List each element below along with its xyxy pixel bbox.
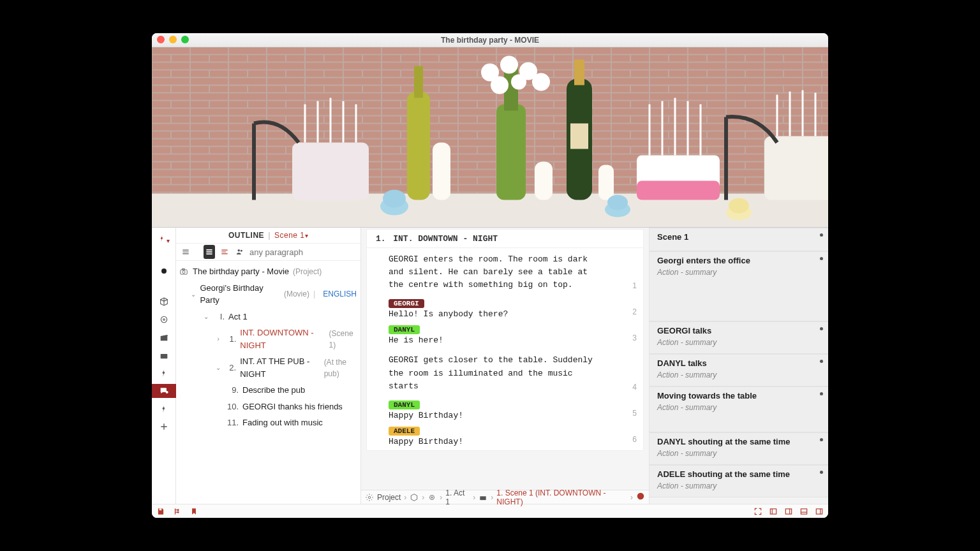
rail-selection-dot[interactable] (152, 264, 176, 278)
dialogue-block-danyl-1[interactable]: DANYL He is here! 3 (367, 323, 643, 349)
rail-run1-icon[interactable] (152, 366, 176, 380)
outline-scene-selector[interactable]: Scene 1▾ (274, 231, 308, 240)
script-panel: 1. INT. DOWNTOWN - NIGHT GEORGI enters t… (361, 228, 650, 504)
svg-point-11 (532, 73, 550, 91)
outline-beat-11[interactable]: 11. Fading out with music (176, 415, 360, 431)
rail-chat-person-icon[interactable] (152, 384, 176, 398)
bc-gear-icon[interactable] (365, 493, 374, 502)
bc-target-icon[interactable] (427, 493, 436, 502)
line-number: 4 (632, 383, 637, 392)
outline-movie-row[interactable]: ⌄ Georgi's Birthday Party (Movie) | ENGL… (176, 280, 360, 309)
svg-rect-37 (433, 143, 450, 200)
bc-scene[interactable]: 1. Scene 1 (INT. DOWNTOWN - NIGHT) (496, 489, 627, 506)
bc-cube-icon[interactable] (410, 493, 419, 502)
footer-fullscreen-icon[interactable] (753, 506, 763, 517)
rail-target-icon[interactable] (152, 312, 176, 327)
footer-bar (152, 504, 828, 518)
outline-beat-10[interactable]: 10. GEORGI thanks his friends (176, 399, 360, 415)
svg-point-46 (161, 316, 167, 322)
left-rail: ▾ (152, 228, 176, 504)
main-area: ▾ OUTLINE | Scene 1▾ (152, 228, 828, 504)
note-card-5[interactable]: DANYL shouting at the same time Action -… (650, 432, 828, 465)
svg-rect-32 (764, 136, 828, 200)
rail-clapper-icon[interactable] (152, 330, 176, 344)
outline-panel: OUTLINE | Scene 1▾ The birthday party - … (176, 228, 361, 504)
svg-rect-53 (206, 253, 212, 254)
line-number: 2 (632, 307, 637, 316)
chevron-down-icon[interactable]: ⌄ (203, 312, 209, 321)
outline-scene1-row[interactable]: › 1. INT. DOWNTOWN - NIGHT (Scene 1) (176, 325, 360, 353)
svg-point-13 (511, 75, 526, 90)
note-card-1[interactable]: Georgi enters the office Action - summar… (650, 251, 828, 321)
svg-point-43 (607, 195, 628, 210)
action-block-1[interactable]: GEORGI enters the room. The room is dark… (367, 248, 643, 297)
bc-clapper-icon[interactable] (479, 493, 487, 502)
outline-people-icon[interactable] (234, 245, 246, 259)
svg-rect-52 (206, 251, 212, 253)
footer-panel-left-icon[interactable] (768, 506, 778, 517)
chevron-down-icon[interactable]: ⌄ (190, 290, 196, 299)
svg-rect-70 (816, 508, 822, 513)
svg-rect-51 (206, 249, 212, 251)
dialogue-block-danyl-2[interactable]: DANYL Happy Birthday! 5 (367, 398, 643, 424)
outline-beat-9[interactable]: 9. Describe the pub (176, 382, 360, 399)
footer-panel-bottom-icon[interactable] (799, 506, 809, 517)
rail-run2-icon[interactable] (152, 402, 176, 416)
scene-heading[interactable]: 1. INT. DOWNTOWN - NIGHT (367, 230, 643, 248)
outline-view-list-icon[interactable] (204, 245, 215, 259)
notes-panel: i Scene 1 Georgi enters the office Actio… (650, 228, 828, 504)
note-card-2[interactable]: GEORGI talks Action - summary (650, 321, 828, 354)
chevron-right-icon[interactable]: › (216, 334, 221, 344)
bc-warning-icon[interactable] (636, 492, 645, 503)
note-card-6[interactable]: ADELE shouting at the same time Action -… (650, 465, 828, 497)
dialogue-block-adele[interactable]: ADELE Happy Birthday! 6 (367, 424, 643, 450)
action-block-2[interactable]: GEORGI gets closer to the table. Suddenl… (367, 349, 643, 397)
close-icon[interactable] (157, 36, 165, 43)
rail-cube-icon[interactable] (152, 295, 176, 309)
dialogue-block-georgi[interactable]: GEORGI Hello! Is anybody there? 2 (367, 297, 643, 323)
window-controls (157, 36, 189, 43)
character-tag-danyl: DANYL (389, 400, 420, 409)
footer-panel-info-icon[interactable] (814, 506, 824, 517)
footer-save-icon[interactable] (156, 506, 166, 517)
language-link[interactable]: ENGLISH (323, 288, 357, 300)
svg-rect-62 (480, 496, 486, 500)
outline-scene2-row[interactable]: ⌄ 2. INT. AT THE PUB - NIGHT (At the pub… (176, 353, 360, 382)
note-card-scene[interactable]: Scene 1 (650, 228, 828, 251)
svg-rect-19 (292, 143, 369, 200)
outline-toolbar (176, 243, 360, 261)
script-body[interactable]: 1. INT. DOWNTOWN - NIGHT GEORGI enters t… (361, 228, 649, 490)
rail-add-icon[interactable] (152, 420, 176, 434)
line-number: 5 (632, 409, 637, 418)
outline-act-row[interactable]: ⌄ I. Act 1 (176, 309, 360, 325)
footer-panel-right-icon[interactable] (783, 506, 794, 517)
script-page: 1. INT. DOWNTOWN - NIGHT GEORGI enters t… (366, 229, 644, 451)
svg-rect-49 (160, 354, 167, 358)
bc-project[interactable]: Project (377, 493, 401, 502)
maximize-icon[interactable] (181, 36, 189, 43)
svg-point-41 (383, 190, 406, 208)
footer-tree-icon[interactable] (172, 506, 182, 517)
outline-menu-icon[interactable] (180, 245, 191, 259)
chevron-down-icon[interactable]: ⌄ (216, 363, 221, 372)
mode-run-icon[interactable]: ▾ (152, 231, 175, 247)
minimize-icon[interactable] (169, 36, 177, 43)
svg-point-54 (237, 249, 240, 252)
bc-act[interactable]: 1. Act 1 (445, 489, 470, 506)
svg-rect-16 (570, 124, 588, 149)
outline-search-input[interactable] (249, 247, 357, 257)
svg-rect-64 (160, 508, 162, 510)
svg-point-57 (182, 270, 185, 273)
note-card-4[interactable]: Moving towards the table Action - summar… (650, 386, 828, 432)
svg-rect-6 (496, 105, 526, 200)
svg-rect-38 (535, 162, 553, 200)
footer-bookmark-icon[interactable] (189, 506, 199, 517)
outline-project-row[interactable]: The birthday party - Movie (Project) (176, 263, 360, 280)
outline-tree: The birthday party - Movie (Project) ⌄ G… (176, 261, 360, 504)
rail-clapper2-icon[interactable] (152, 348, 176, 362)
svg-rect-39 (598, 165, 614, 200)
outline-view-compact-icon[interactable] (219, 245, 230, 259)
note-card-3[interactable]: DANYL talks Action - summary (650, 354, 828, 386)
app-window: The birthday party - MOVIE (152, 33, 828, 518)
character-tag-adele: ADELE (389, 427, 420, 436)
